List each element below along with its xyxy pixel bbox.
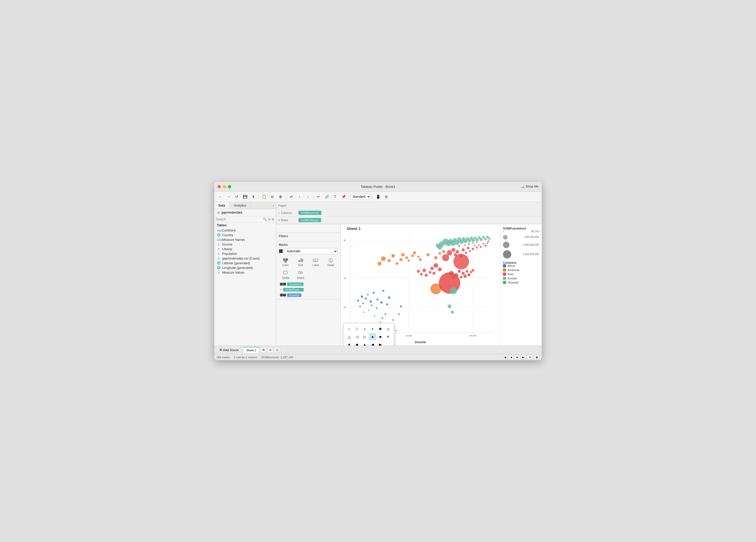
asia-label: Asia bbox=[508, 273, 513, 276]
field-population[interactable]: # Population bbox=[214, 252, 276, 256]
svg-point-61 bbox=[411, 254, 414, 257]
nav-first-button[interactable]: |◀ bbox=[502, 355, 507, 360]
view-toggle-icon[interactable]: ▤ bbox=[271, 217, 274, 221]
view-grid-button[interactable]: ▦ bbox=[534, 355, 540, 360]
continent-pill[interactable]: Continent bbox=[287, 282, 303, 286]
duplicate-button[interactable]: ⧉ bbox=[269, 193, 276, 200]
nav-last-button[interactable]: ▶| bbox=[521, 355, 526, 360]
field-latitude[interactable]: 🌐 Latitude (generated) bbox=[214, 261, 276, 266]
add-sheet-button[interactable]: ⊞ bbox=[261, 347, 266, 353]
shape-plus[interactable]: + bbox=[361, 325, 368, 333]
sort-asc-button[interactable]: ↑ bbox=[296, 193, 303, 200]
data-source-tab[interactable]: ⊞ Data Source bbox=[216, 347, 242, 353]
close-button[interactable] bbox=[217, 185, 221, 188]
analytics-tab[interactable]: Analytics bbox=[230, 202, 251, 209]
minimize-button[interactable] bbox=[223, 185, 226, 188]
view-area: Pages Filters Marks ⬛ Automatic bbox=[276, 224, 542, 346]
maximize-button[interactable] bbox=[228, 185, 231, 188]
rows-pill[interactable]: SUM(Lifeexp) bbox=[299, 218, 321, 222]
data-tab[interactable]: Data bbox=[214, 202, 230, 209]
shape-diamond-filled[interactable]: ◆ bbox=[353, 341, 361, 346]
marks-field-country[interactable]: ⬛⬛ Country bbox=[279, 293, 338, 298]
population-pill[interactable]: SUM(Popu... bbox=[283, 288, 304, 292]
datasource-row[interactable]: ⊞ gapminderdata bbox=[214, 209, 276, 216]
shape-circle[interactable]: ○ bbox=[346, 325, 353, 333]
annotate-button[interactable]: ✏ bbox=[315, 193, 322, 200]
search-input[interactable] bbox=[216, 217, 262, 221]
detail-button[interactable]: Detail bbox=[324, 256, 337, 268]
svg-point-42 bbox=[382, 317, 383, 319]
publish-button[interactable]: ⬆ bbox=[250, 193, 257, 200]
marks-type-dropdown[interactable]: Automatic bbox=[284, 248, 338, 254]
new-dashboard-button[interactable]: ⊡ bbox=[267, 347, 273, 353]
refresh-button[interactable]: ↺ bbox=[233, 193, 240, 200]
svg-point-67 bbox=[439, 252, 441, 255]
shape-arrow-left-filled[interactable]: ◀ bbox=[369, 341, 376, 346]
shape-diamond-outline[interactable]: ◇ bbox=[384, 325, 392, 333]
save-button[interactable]: 💾 bbox=[241, 193, 249, 200]
shape-x[interactable]: × bbox=[369, 325, 376, 333]
view-list-button[interactable]: ⊞ bbox=[527, 355, 533, 360]
new-story-button[interactable]: ◫ bbox=[274, 347, 280, 353]
svg-point-105 bbox=[462, 272, 465, 275]
center-panel: Pages ⫶ Columns SUM(Income) ≡ Rows SUM(L… bbox=[276, 202, 542, 346]
legend-europe[interactable]: Europe bbox=[503, 277, 539, 280]
text-button[interactable]: T bbox=[331, 193, 339, 200]
clear-button[interactable]: 🗑 bbox=[277, 193, 284, 200]
field-measure-values[interactable]: # Measure Values bbox=[214, 270, 276, 275]
svg-text:10.000: 10.000 bbox=[406, 335, 412, 337]
svg-point-27 bbox=[361, 295, 363, 298]
field-longitude[interactable]: 🌐 Longitude (generated) bbox=[214, 266, 276, 270]
svg-point-66 bbox=[434, 256, 437, 259]
fit-select[interactable]: Standard bbox=[350, 194, 371, 200]
legend-africa[interactable]: Africa bbox=[503, 264, 539, 267]
field-count[interactable]: # gapminderdata.csv (Count) bbox=[214, 256, 276, 261]
size-button[interactable]: Size bbox=[294, 256, 307, 268]
shape-circle-filled[interactable]: ● bbox=[369, 333, 376, 340]
sheet1-tab[interactable]: Sheet 1 bbox=[243, 347, 260, 353]
shape-square[interactable]: □ bbox=[353, 325, 361, 333]
label-button[interactable]: Ab Label bbox=[309, 256, 322, 268]
svg-point-89 bbox=[487, 242, 488, 244]
presentation-button[interactable]: 🖥 bbox=[383, 193, 390, 200]
shape-asterisk[interactable]: ✱ bbox=[377, 325, 384, 333]
legend-americas[interactable]: Americas bbox=[503, 268, 539, 272]
tooltip-button[interactable]: Tooltip bbox=[279, 269, 292, 280]
legend-oceania[interactable]: Oceania bbox=[503, 281, 539, 284]
swap-button[interactable]: ⇄ bbox=[288, 193, 295, 200]
marks-field-population[interactable]: ◎ SUM(Popu... bbox=[279, 287, 338, 292]
shape-triangle-outline[interactable]: △ bbox=[346, 333, 353, 340]
tooltip-button[interactable]: 🔗 bbox=[323, 193, 330, 200]
show-me-button[interactable]: 📊 Show Me bbox=[521, 185, 539, 188]
marks-fields: ⬛⬛ Continent ◎ SUM(Popu... ⬛⬛ Country bbox=[279, 282, 338, 298]
shape-x-filled[interactable]: ✕ bbox=[384, 333, 392, 340]
marks-field-continent[interactable]: ⬛⬛ Continent bbox=[279, 282, 338, 287]
back-button[interactable]: ← bbox=[216, 193, 224, 200]
shape-triangle-filled[interactable]: ▲ bbox=[361, 341, 368, 346]
forward-button[interactable]: → bbox=[225, 193, 232, 200]
field-country[interactable]: 🌐 Country bbox=[214, 233, 276, 237]
field-lifeexp[interactable]: # Lifeexp bbox=[214, 247, 276, 252]
shape-star-filled[interactable]: ★ bbox=[346, 341, 353, 346]
panel-close-button[interactable]: › bbox=[271, 202, 276, 209]
color-button[interactable]: Color bbox=[279, 256, 292, 268]
size-row-4: 1.420.000.000 bbox=[503, 250, 539, 259]
field-measure-names[interactable]: Abc Measure Names bbox=[214, 237, 276, 242]
shape-arrow-right[interactable]: ▷ bbox=[361, 333, 368, 340]
columns-pill[interactable]: SUM(Income) bbox=[299, 211, 321, 215]
shape-arrow-left[interactable]: ◁ bbox=[353, 333, 361, 340]
legend-asia[interactable]: Asia bbox=[503, 273, 539, 276]
country-pill[interactable]: Country bbox=[287, 293, 301, 297]
nav-next-button[interactable]: ▶ bbox=[515, 355, 520, 360]
nav-prev-button[interactable]: ◀ bbox=[508, 355, 514, 360]
sort-desc-button[interactable]: ↓ bbox=[304, 193, 311, 200]
shape-square-filled[interactable]: ■ bbox=[377, 333, 384, 340]
filter-icon[interactable]: ⊞ bbox=[268, 217, 270, 221]
field-income[interactable]: # Income bbox=[214, 242, 276, 247]
device-preview-button[interactable]: 📱 bbox=[374, 193, 382, 200]
field-continent[interactable]: Abc Continent bbox=[214, 228, 276, 233]
shape-arrow-right-filled[interactable]: ▶ bbox=[377, 341, 384, 346]
pin-button[interactable]: 📌 bbox=[340, 193, 347, 200]
new-worksheet-button[interactable]: 📋 bbox=[260, 193, 268, 200]
shape-button[interactable]: Shape bbox=[294, 269, 307, 280]
